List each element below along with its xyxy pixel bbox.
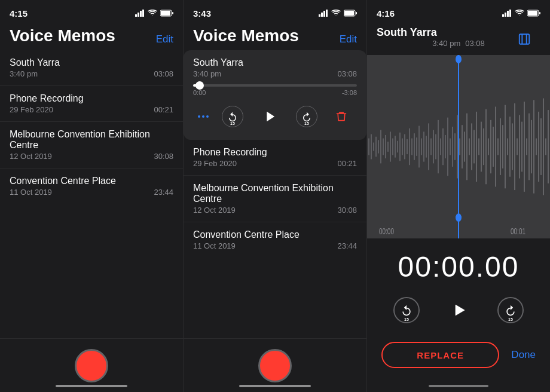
remaining-time: -3:08: [342, 89, 357, 96]
list-item[interactable]: Phone Recording 29 Feb 2020 00:21: [0, 86, 183, 122]
svg-rect-35: [390, 131, 391, 161]
item-meta: 29 Feb 2020 00:21: [193, 159, 357, 168]
svg-rect-44: [411, 139, 412, 155]
status-time-1: 4:15: [10, 8, 28, 19]
item-meta: 12 Oct 2019 30:08: [10, 152, 173, 161]
svg-point-104: [456, 213, 462, 222]
svg-rect-29: [375, 137, 377, 157]
svg-rect-42: [407, 139, 408, 154]
dot: [198, 115, 200, 118]
right-playback-controls: 15 15: [367, 290, 550, 335]
expanded-item-duration: 03:08: [337, 69, 357, 78]
trash-icon: [335, 111, 347, 122]
scrubber-times: 0:00 -3:08: [193, 89, 357, 96]
edit-button-1[interactable]: Edit: [156, 33, 173, 45]
svg-rect-49: [423, 131, 424, 161]
item-duration: 23:44: [337, 241, 357, 250]
item-duration: 30:08: [154, 152, 173, 161]
list-item[interactable]: Convention Centre Place 11 Oct 2019 23:4…: [184, 222, 366, 258]
waveform-container[interactable]: 00:00 00:01: [367, 55, 550, 238]
svg-rect-85: [509, 117, 511, 176]
item-date: 12 Oct 2019: [193, 206, 236, 215]
list-item[interactable]: Melbourne Convention Exhibition Centre 1…: [0, 122, 183, 169]
svg-rect-90: [521, 122, 522, 172]
replace-button[interactable]: REPLACE: [381, 342, 499, 368]
svg-rect-70: [473, 130, 475, 164]
list-item[interactable]: Melbourne Convention Exhibition Centre 1…: [184, 176, 366, 222]
skip-back-button[interactable]: 15: [222, 106, 243, 127]
done-button[interactable]: Done: [511, 349, 536, 361]
svg-rect-96: [536, 139, 537, 155]
panel-voice-memos-list: 4:15 Voice Memos Edit South Yarra 3:40 p…: [0, 0, 184, 392]
svg-rect-46: [416, 137, 417, 156]
svg-rect-9: [323, 11, 325, 17]
svg-marker-107: [456, 305, 465, 316]
svg-rect-84: [507, 139, 508, 155]
waveform-svg: 00:00 00:01: [367, 55, 550, 238]
item-duration: 00:21: [337, 159, 357, 168]
item-date: 11 Oct 2019: [193, 241, 236, 250]
right-recording-duration: 03:08: [465, 39, 485, 48]
trim-icon[interactable]: [518, 33, 531, 49]
expanded-recording-item[interactable]: South Yarra 3:40 pm 03:08 0:00 -3:08: [184, 50, 366, 140]
signal-icon: [135, 10, 145, 17]
panel-voice-memos-expanded: 3:43 Voice Memos Edit South Yarra 3:40 p…: [184, 0, 367, 392]
list-item[interactable]: South Yarra 3:40 pm 03:08: [0, 50, 183, 86]
record-button-1[interactable]: [75, 349, 108, 382]
home-indicator-3: [429, 385, 488, 387]
svg-rect-13: [356, 12, 357, 14]
svg-rect-38: [397, 141, 398, 153]
svg-rect-68: [469, 139, 470, 155]
scrubber-thumb[interactable]: [195, 81, 204, 90]
edit-button-2[interactable]: Edit: [340, 33, 357, 45]
dot: [202, 115, 204, 118]
scrubber-bar[interactable]: [193, 84, 357, 87]
svg-rect-10: [326, 10, 328, 17]
svg-rect-32: [383, 139, 384, 155]
right-skip-forward-button[interactable]: 15: [497, 297, 524, 323]
right-play-button[interactable]: [444, 295, 473, 325]
svg-rect-75: [485, 109, 487, 185]
list-item[interactable]: Phone Recording 29 Feb 2020 00:21: [184, 140, 366, 176]
right-bottom-bar: REPLACE Done: [367, 335, 550, 380]
svg-point-103: [456, 55, 462, 63]
item-meta: 11 Oct 2019 23:44: [10, 188, 173, 197]
item-title: Convention Centre Place: [193, 229, 357, 240]
right-home-indicator: [367, 380, 550, 392]
svg-rect-31: [380, 130, 381, 164]
record-button-inner-1: [78, 352, 105, 379]
item-title: Convention Centre Place: [10, 176, 173, 186]
svg-rect-60: [450, 139, 451, 155]
svg-rect-63: [457, 115, 458, 178]
item-duration: 00:21: [154, 105, 173, 114]
svg-rect-39: [399, 133, 401, 161]
list-item[interactable]: Convention Centre Place 11 Oct 2019 23:4…: [0, 169, 183, 204]
svg-rect-45: [414, 133, 415, 160]
skip-forward-button[interactable]: 15: [296, 106, 317, 127]
play-icon: [261, 108, 278, 125]
item-meta: 29 Feb 2020 00:21: [10, 105, 173, 114]
svg-rect-100: [545, 139, 546, 155]
record-button-2[interactable]: [258, 349, 292, 382]
svg-rect-95: [533, 100, 534, 193]
current-time: 0:00: [193, 89, 206, 96]
item-meta: 3:40 pm 03:08: [10, 69, 173, 78]
right-skip-back-label: 15: [404, 317, 409, 321]
more-options-button[interactable]: [198, 115, 209, 118]
delete-button[interactable]: [331, 106, 352, 127]
svg-rect-67: [466, 114, 468, 180]
battery-icon: [344, 10, 357, 17]
svg-rect-57: [442, 128, 444, 165]
svg-rect-73: [481, 122, 482, 172]
svg-rect-88: [517, 139, 518, 155]
item-duration: 03:08: [154, 69, 173, 78]
right-skip-back-button[interactable]: 15: [393, 297, 420, 323]
play-button[interactable]: [256, 103, 283, 130]
svg-rect-1: [138, 13, 139, 17]
panel-playback-detail: 4:16 South Yarra 3:40 pm 03:08: [367, 0, 550, 392]
item-duration: 30:08: [337, 206, 357, 215]
svg-rect-66: [464, 131, 465, 161]
svg-rect-101: [548, 110, 549, 183]
signal-icon: [502, 10, 512, 17]
timer-text: 00:00.00: [367, 250, 550, 283]
